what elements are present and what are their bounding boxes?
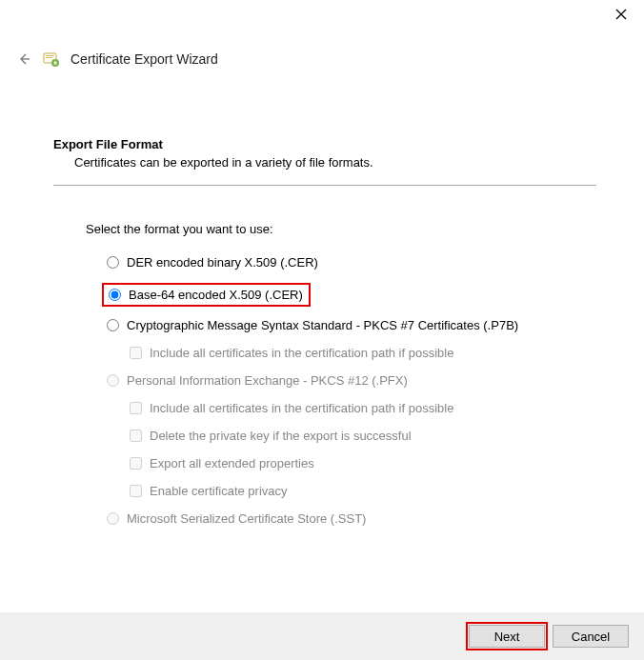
svg-rect-4 xyxy=(46,55,54,56)
checkbox-pfx-certprivacy: Enable certificate privacy xyxy=(130,484,596,498)
radio-sst: Microsoft Serialized Certificate Store (… xyxy=(107,511,596,526)
radio-pkcs7-label: Cryptographic Message Syntax Standard - … xyxy=(127,318,518,332)
radio-base64[interactable]: Base-64 encoded X.509 (.CER) xyxy=(102,283,311,307)
next-button[interactable]: Next xyxy=(469,625,545,648)
wizard-title: Certificate Export Wizard xyxy=(70,51,218,67)
checkbox-pkcs7-include-input xyxy=(130,347,142,359)
svg-rect-5 xyxy=(46,57,52,58)
checkbox-pfx-exportext-label: Export all extended properties xyxy=(150,456,314,470)
cancel-button[interactable]: Cancel xyxy=(553,625,629,648)
radio-base64-label: Base-64 encoded X.509 (.CER) xyxy=(129,288,303,302)
radio-der[interactable]: DER encoded binary X.509 (.CER) xyxy=(107,255,596,270)
radio-pfx-label: Personal Information Exchange - PKCS #12… xyxy=(127,373,408,388)
radio-base64-input[interactable] xyxy=(109,289,121,301)
checkbox-pfx-include-input xyxy=(130,402,142,414)
close-icon[interactable] xyxy=(612,4,631,27)
checkbox-pkcs7-include: Include all certificates in the certific… xyxy=(130,346,596,360)
radio-der-label: DER encoded binary X.509 (.CER) xyxy=(127,255,318,270)
format-options-group: DER encoded binary X.509 (.CER) Base-64 … xyxy=(107,255,596,526)
checkbox-pfx-deletekey: Delete the private key if the export is … xyxy=(130,429,596,443)
checkbox-pfx-deletekey-label: Delete the private key if the export is … xyxy=(150,429,412,443)
checkbox-pfx-deletekey-input xyxy=(130,430,142,442)
radio-sst-input xyxy=(107,512,119,525)
checkbox-pfx-exportext: Export all extended properties xyxy=(130,456,596,470)
radio-pkcs7[interactable]: Cryptographic Message Syntax Standard - … xyxy=(107,318,596,332)
checkbox-pfx-certprivacy-input xyxy=(130,485,142,497)
instruction-text: Select the format you want to use: xyxy=(86,222,596,236)
page-subheading: Certificates can be exported in a variet… xyxy=(74,155,596,170)
radio-pfx-input xyxy=(107,374,119,387)
checkbox-pkcs7-include-label: Include all certificates in the certific… xyxy=(150,346,453,360)
checkbox-pfx-exportext-input xyxy=(130,457,142,470)
radio-sst-label: Microsoft Serialized Certificate Store (… xyxy=(127,511,366,526)
radio-pkcs7-input[interactable] xyxy=(107,319,119,331)
checkbox-pfx-include: Include all certificates in the certific… xyxy=(130,401,596,415)
checkbox-pfx-certprivacy-label: Enable certificate privacy xyxy=(150,484,288,498)
certificate-icon xyxy=(42,50,59,68)
checkbox-pfx-include-label: Include all certificates in the certific… xyxy=(150,401,453,415)
radio-der-input[interactable] xyxy=(107,256,119,269)
footer-bar: Next Cancel xyxy=(0,612,644,660)
back-button[interactable] xyxy=(17,51,30,69)
radio-pfx: Personal Information Exchange - PKCS #12… xyxy=(107,373,596,388)
page-heading: Export File Format xyxy=(53,137,596,151)
divider xyxy=(53,185,596,186)
